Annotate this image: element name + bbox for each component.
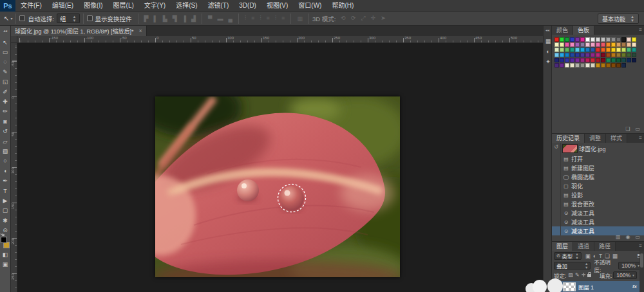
color-swatch[interactable] xyxy=(601,37,605,42)
color-swatch[interactable] xyxy=(606,48,611,52)
color-swatch[interactable] xyxy=(606,37,611,42)
crop-tool[interactable]: ◱ xyxy=(1,77,10,87)
swatches-footer-icon[interactable]: ▭ xyxy=(632,126,643,132)
color-swatch[interactable] xyxy=(580,37,585,42)
distribute-icon[interactable]: ⫶ xyxy=(257,15,263,22)
color-swatch[interactable] xyxy=(632,37,636,42)
menu-item-图层[interactable]: 图层(L) xyxy=(108,0,139,12)
mode-3d-icon[interactable]: ✛ xyxy=(368,15,379,22)
auto-select-dropdown[interactable]: 组 ▲▼ xyxy=(57,14,79,23)
color-swatch[interactable] xyxy=(632,58,636,62)
menu-item-文字[interactable]: 文字(Y) xyxy=(139,0,171,12)
color-swatch[interactable] xyxy=(585,58,590,62)
history-footer-icon[interactable]: ▥ xyxy=(613,234,623,240)
move-tool-icon[interactable]: ↖ xyxy=(4,15,9,22)
gradient-tool[interactable]: ▨ xyxy=(1,146,10,156)
color-swatch[interactable] xyxy=(611,37,616,42)
color-swatch[interactable] xyxy=(560,63,564,68)
history-snapshot-row[interactable]: ↺ 球面化.jpg xyxy=(552,143,644,154)
color-swatch[interactable] xyxy=(632,48,636,52)
menu-item-帮助[interactable]: 帮助(H) xyxy=(327,0,359,12)
mode-3d-icon[interactable]: ⟲ xyxy=(338,15,348,22)
show-transform-checkbox[interactable] xyxy=(87,15,93,21)
color-swatch[interactable] xyxy=(616,48,621,52)
color-swatch[interactable] xyxy=(591,48,595,52)
toolbar-collapse-button[interactable]: ◂◂ xyxy=(0,26,11,36)
healing-brush-tool[interactable]: ✚ xyxy=(1,96,10,106)
color-swatch[interactable] xyxy=(596,53,600,57)
color-swatch[interactable] xyxy=(554,48,559,52)
color-swatch[interactable] xyxy=(596,58,600,62)
pen-tool[interactable]: ✒ xyxy=(1,176,10,185)
mode-3d-icon[interactable]: ⤢ xyxy=(358,15,368,22)
shape-tool[interactable]: ▢ xyxy=(1,206,10,215)
color-swatch[interactable] xyxy=(596,63,600,68)
dodge-tool[interactable]: ◖ xyxy=(1,166,10,176)
lock-position-icon[interactable]: ✛ xyxy=(582,272,586,278)
horizontal-ruler[interactable]: -150-100-5005010015020025030035040045050… xyxy=(17,36,543,43)
tool-preset-arrow-icon[interactable]: ▾ xyxy=(10,16,12,21)
color-swatch[interactable] xyxy=(580,53,585,57)
eyedropper-tool[interactable]: ✐ xyxy=(1,87,10,96)
vertical-ruler[interactable]: -50050100150200250 xyxy=(11,43,17,292)
color-swatch[interactable] xyxy=(627,53,631,57)
align-icon[interactable]: ▀ xyxy=(205,15,214,22)
canvas-pasteboard[interactable] xyxy=(17,43,543,292)
color-swatch[interactable] xyxy=(570,58,574,62)
color-swatch[interactable] xyxy=(627,58,631,62)
color-swatch[interactable] xyxy=(580,63,585,68)
color-swatch[interactable] xyxy=(632,42,636,47)
swatches-footer-icon[interactable]: ❏ xyxy=(623,126,632,132)
menu-item-图像[interactable]: 图像(I) xyxy=(79,0,108,12)
path-select-tool[interactable]: ▶ xyxy=(1,196,10,205)
filter-type-dropdown[interactable]: ⊙ 类型 ▲▼ xyxy=(554,252,582,260)
history-source-slot[interactable] xyxy=(552,208,561,217)
distribute-icon[interactable]: ⫶ xyxy=(272,15,279,22)
align-icon[interactable]: ▄ xyxy=(225,15,234,22)
history-entry[interactable]: ⊙减淡工具 xyxy=(552,217,644,226)
history-source-slot[interactable] xyxy=(552,190,561,199)
color-swatch[interactable] xyxy=(570,37,574,42)
color-swatch[interactable] xyxy=(591,42,595,47)
color-swatch[interactable] xyxy=(565,58,569,62)
color-swatch[interactable] xyxy=(606,58,611,62)
color-swatch[interactable] xyxy=(601,42,605,47)
color-swatch[interactable] xyxy=(585,37,590,42)
color-swatch[interactable] xyxy=(596,37,600,42)
color-swatch[interactable] xyxy=(596,48,600,52)
color-swatch[interactable] xyxy=(585,48,590,52)
history-tab-历史记录[interactable]: 历史记录 xyxy=(552,134,585,143)
history-entry[interactable]: ▤混合更改 xyxy=(552,199,644,208)
swatches-tab-色板[interactable]: 色板 xyxy=(573,26,594,35)
collapsed-panel-icon[interactable]: ✦ xyxy=(544,57,553,67)
layer-name[interactable]: 图层 1 xyxy=(578,283,594,291)
fill-field[interactable]: 100% ▼ xyxy=(613,271,637,279)
history-entry[interactable]: ▤打开 xyxy=(552,154,644,163)
swatches-tab-颜色[interactable]: 颜色 xyxy=(552,26,573,35)
color-swatch[interactable] xyxy=(621,58,626,62)
history-footer-icon[interactable]: ▭ xyxy=(632,234,643,240)
align-icon[interactable]: ▙ xyxy=(160,15,170,22)
color-swatch[interactable] xyxy=(570,48,574,52)
blend-mode-dropdown[interactable]: 叠加 ▲▼ xyxy=(554,262,591,269)
color-swatch[interactable] xyxy=(565,37,569,42)
color-swatch[interactable] xyxy=(621,42,626,47)
color-swatch[interactable] xyxy=(611,53,616,57)
color-swatch[interactable] xyxy=(554,42,559,47)
distribute-icon[interactable]: ≡ xyxy=(279,15,287,22)
align-icon[interactable]: ▜ xyxy=(170,15,180,22)
color-swatch[interactable] xyxy=(611,48,616,52)
color-swatch[interactable] xyxy=(560,58,564,62)
color-swatch[interactable] xyxy=(606,63,611,68)
history-entry[interactable]: ▤投影 xyxy=(552,190,644,199)
history-tab-调整[interactable]: 调整 xyxy=(585,134,606,143)
color-swatch[interactable] xyxy=(591,53,595,57)
menu-item-选择[interactable]: 选择(S) xyxy=(171,0,202,12)
color-swatch[interactable] xyxy=(575,53,580,57)
color-swatch[interactable] xyxy=(554,63,559,68)
document-tab[interactable]: 球面化.jpg @ 110%(图层 1, RGB/8#) [缩放后]* × xyxy=(11,26,147,36)
color-swatch[interactable] xyxy=(632,53,636,57)
align-icon[interactable]: ▐ xyxy=(180,15,189,22)
color-swatch[interactable] xyxy=(621,53,626,57)
color-swatch[interactable] xyxy=(611,63,616,68)
